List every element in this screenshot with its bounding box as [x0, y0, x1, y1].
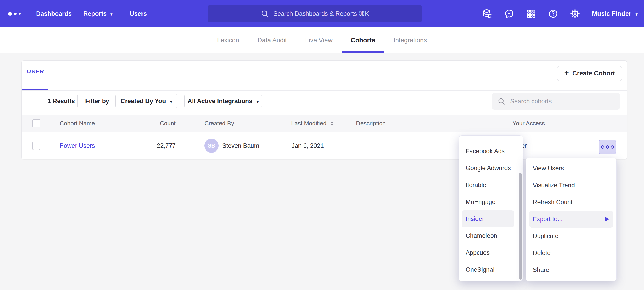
apps-grid-icon[interactable] — [526, 9, 536, 19]
column-header-description[interactable]: Description — [356, 115, 386, 132]
cohorts-card: USER + Create Cohort 1 Results Filter by… — [22, 60, 627, 160]
menu-item-chameleon[interactable]: Chameleon — [462, 227, 514, 244]
mixpanel-logo-icon[interactable] — [8, 0, 20, 28]
column-header-label: Last Modified — [291, 115, 326, 132]
global-search-placeholder: Search Dashboards & Reports ⌘K — [273, 10, 369, 17]
tab-label: Data Audit — [257, 37, 287, 44]
menu-item-iterable[interactable]: Iterable — [462, 177, 514, 194]
column-header-count[interactable]: Count — [136, 115, 176, 132]
avatar: SB — [204, 138, 218, 153]
submenu-arrow-icon — [606, 217, 609, 221]
nav-users[interactable]: Users — [130, 0, 147, 28]
global-search-bar[interactable]: Search Dashboards & Reports ⌘K — [208, 5, 422, 22]
chevron-down-icon: ▾ — [170, 99, 172, 104]
ellipsis-icon — [601, 146, 604, 149]
row-actions-button[interactable] — [599, 140, 616, 154]
sort-icon[interactable] — [329, 121, 335, 126]
scrollbar-thumb[interactable] — [519, 173, 522, 280]
select-all-checkbox[interactable] — [32, 119, 40, 127]
table-header-row: Cohort Name Count Created By Last Modifi… — [22, 115, 627, 132]
menu-item-insider[interactable]: Insider — [462, 210, 514, 227]
account-menu[interactable]: Music Finder ▾ — [592, 10, 638, 17]
menu-item-label: Export to... — [533, 216, 563, 223]
created-by-filter-value: Created By You — [120, 98, 166, 105]
tab-label: Cohorts — [351, 37, 375, 44]
menu-item-braze[interactable]: Braze — [462, 135, 514, 143]
create-cohort-button[interactable]: + Create Cohort — [557, 66, 622, 81]
column-header-your-access[interactable]: Your Access — [512, 115, 545, 132]
row-context-menu: View Users Visualize Trend Refresh Count… — [526, 158, 616, 281]
search-icon — [260, 9, 269, 18]
menu-item-moengage[interactable]: MoEngage — [462, 194, 514, 210]
created-by-filter-dropdown[interactable]: Created By You ▾ — [115, 94, 178, 108]
cohorts-page: Dashboards Reports ▾ Users Search Dashbo… — [0, 0, 644, 290]
topbar-actions: Music Finder ▾ — [482, 0, 638, 28]
menu-item-view-users[interactable]: View Users — [529, 160, 613, 177]
tab-live-view[interactable]: Live View — [296, 28, 342, 53]
feedback-icon[interactable] — [504, 9, 514, 19]
ellipsis-icon — [606, 146, 609, 149]
column-header-cohort-name[interactable]: Cohort Name — [60, 115, 95, 132]
logo-dot — [14, 13, 17, 15]
menu-item-onesignal[interactable]: OneSignal — [462, 261, 514, 278]
tab-label: Lexicon — [217, 37, 239, 44]
integration-list: Braze Facebook Ads Google Adwords Iterab… — [459, 135, 523, 278]
integrations-filter-dropdown[interactable]: All Active Integrations ▾ — [184, 94, 262, 108]
menu-item-export-to[interactable]: Export to... — [529, 211, 613, 228]
menu-item-facebook-ads[interactable]: Facebook Ads — [462, 143, 514, 160]
data-management-icon[interactable] — [482, 9, 492, 19]
menu-item-google-adwords[interactable]: Google Adwords — [462, 160, 514, 177]
creator-name: Steven Baum — [222, 132, 259, 160]
menu-item-duplicate[interactable]: Duplicate — [529, 228, 613, 244]
ellipsis-icon — [611, 146, 614, 149]
tab-label: Live View — [305, 37, 332, 44]
nav-dashboards[interactable]: Dashboards — [36, 0, 72, 28]
plus-icon: + — [564, 69, 569, 77]
top-navigation-bar: Dashboards Reports ▾ Users Search Dashbo… — [0, 0, 644, 28]
filter-by-label: Filter by — [85, 94, 109, 108]
cohort-name-link[interactable]: Power Users — [60, 132, 95, 160]
cohort-search-input[interactable] — [510, 98, 614, 105]
export-integrations-menu: Braze Facebook Ads Google Adwords Iterab… — [458, 135, 523, 281]
search-icon — [498, 97, 506, 105]
divider — [22, 90, 627, 91]
results-count: 1 Results — [48, 94, 75, 108]
nav-reports-label: Reports — [83, 10, 107, 17]
chevron-down-icon: ▾ — [635, 12, 638, 17]
tab-integrations[interactable]: Integrations — [384, 28, 436, 53]
logo-dot — [19, 13, 20, 15]
logo-dot — [8, 12, 12, 16]
row-checkbox[interactable] — [32, 142, 40, 150]
tab-lexicon[interactable]: Lexicon — [208, 28, 248, 53]
tab-label: Integrations — [394, 37, 427, 44]
chevron-down-icon: ▾ — [256, 99, 259, 104]
tab-user-cohorts[interactable]: USER — [27, 68, 44, 75]
column-header-created-by[interactable]: Created By — [204, 115, 234, 132]
cohort-count: 22,777 — [136, 132, 176, 160]
integrations-filter-value: All Active Integrations — [188, 98, 252, 105]
menu-item-appcues[interactable]: Appcues — [462, 244, 514, 261]
divider — [78, 95, 78, 107]
account-name: Music Finder — [592, 10, 632, 17]
menu-item-delete[interactable]: Delete — [529, 244, 613, 261]
tab-data-audit[interactable]: Data Audit — [248, 28, 296, 53]
last-modified-date: Jan 6, 2021 — [292, 132, 324, 160]
help-icon[interactable] — [548, 9, 558, 19]
nav-reports[interactable]: Reports ▾ — [83, 0, 112, 28]
create-cohort-label: Create Cohort — [572, 70, 615, 77]
menu-item-refresh-count[interactable]: Refresh Count — [529, 194, 613, 211]
nav-users-label: Users — [130, 10, 147, 17]
table-row: Power Users 22,777 SB Steven Baum Jan 6,… — [22, 132, 627, 160]
settings-icon[interactable] — [570, 9, 580, 19]
column-header-last-modified[interactable]: Last Modified — [291, 115, 335, 132]
chevron-down-icon: ▾ — [110, 12, 112, 17]
tab-cohorts[interactable]: Cohorts — [342, 28, 384, 53]
menu-item-share[interactable]: Share — [529, 261, 613, 278]
cohort-search — [492, 93, 620, 109]
menu-item-visualize-trend[interactable]: Visualize Trend — [529, 177, 613, 194]
nav-dashboards-label: Dashboards — [36, 10, 72, 17]
section-tabbar: Lexicon Data Audit Live View Cohorts Int… — [0, 28, 644, 53]
